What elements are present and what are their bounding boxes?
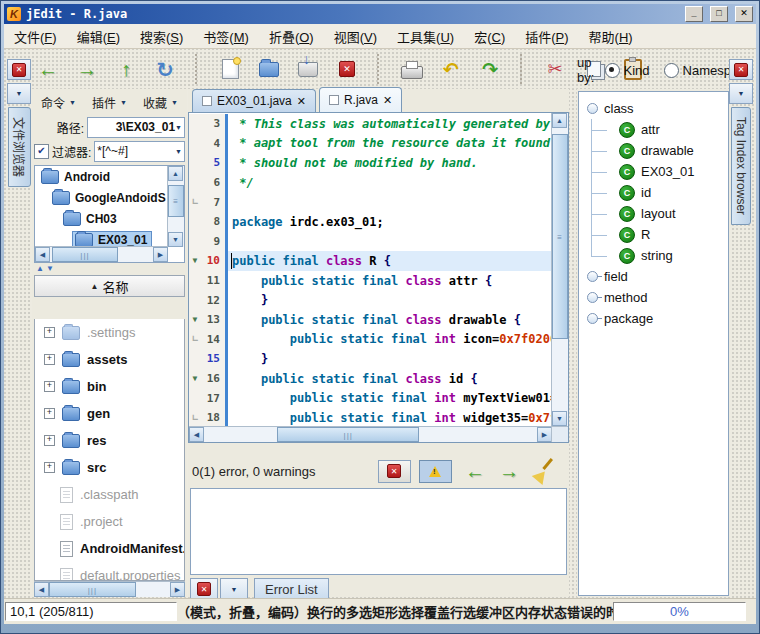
radio-namesp[interactable]: Namesp <box>664 63 731 78</box>
undo-button[interactable] <box>438 56 464 82</box>
expand-plus-icon[interactable] <box>44 435 55 446</box>
close-right-dock-button[interactable] <box>729 59 753 80</box>
close-tab-icon[interactable] <box>297 96 306 107</box>
code-text[interactable]: * should not be modified by hand. <box>228 153 552 173</box>
browser-menu-button[interactable]: 插件 <box>85 94 134 111</box>
tag-tree-leaf[interactable]: R <box>579 224 728 245</box>
clear-errors-button[interactable] <box>533 460 555 482</box>
scroll-up-icon[interactable]: ▲ <box>168 166 183 181</box>
editor-errorlist-splitter[interactable] <box>188 445 569 454</box>
code-text[interactable]: * This class was automatically generated… <box>228 114 552 134</box>
dir-tree-hscrollbar[interactable]: ◀ ||| ▶ <box>35 246 168 262</box>
file-list-item[interactable]: default.properties <box>35 562 184 581</box>
expand-plus-icon[interactable] <box>44 327 55 338</box>
menu-item-1[interactable]: 文件(F) <box>14 27 57 46</box>
browser-menu-button[interactable]: 命令 <box>34 94 83 111</box>
open-file-button[interactable] <box>256 56 282 82</box>
code-text[interactable]: public static final class id { <box>228 369 552 389</box>
dir-tree-item[interactable]: EX03_01 <box>35 229 168 247</box>
redo-button[interactable] <box>477 56 503 82</box>
file-list-header[interactable]: ▲ 名称 <box>34 275 185 297</box>
scroll-up-icon[interactable]: ▲ <box>552 113 567 128</box>
new-file-button[interactable] <box>217 56 243 82</box>
error-list-tab[interactable]: Error List <box>254 578 329 600</box>
memory-progress[interactable]: 0% <box>613 602 746 621</box>
previous-error-button[interactable] <box>465 461 485 481</box>
tag-tree-node[interactable]: field <box>579 266 728 287</box>
minimize-button[interactable] <box>685 6 703 22</box>
file-list-item[interactable]: assets <box>35 346 184 373</box>
scroll-down-icon[interactable]: ▼ <box>552 411 567 426</box>
radio-kind[interactable]: Kind <box>605 63 650 78</box>
next-error-button[interactable] <box>499 461 519 481</box>
editor-hscrollbar[interactable]: ◀ ||| ▶ <box>189 426 552 442</box>
tag-tree-node[interactable]: class <box>579 98 728 119</box>
tag-tree-leaf[interactable]: string <box>579 245 728 266</box>
tag-tree-node[interactable]: method <box>579 287 728 308</box>
code-text[interactable]: * aapt tool from the resource data it fo… <box>228 134 552 154</box>
code-text[interactable] <box>228 192 552 212</box>
collapse-down-icon[interactable]: ▼ <box>46 265 54 273</box>
fold-open-icon[interactable] <box>189 316 201 324</box>
filter-checkbox[interactable] <box>34 144 49 159</box>
expand-plus-icon[interactable] <box>44 462 55 473</box>
close-left-dock-button[interactable] <box>7 59 31 80</box>
code-text[interactable]: */ <box>228 173 552 193</box>
tag-tree-leaf[interactable]: layout <box>579 203 728 224</box>
file-list-item[interactable]: gen <box>35 400 184 427</box>
file-list-item[interactable]: .settings <box>35 319 184 346</box>
menu-item-4[interactable]: 书签(M) <box>203 27 249 46</box>
code-text[interactable]: public static final int icon=0x7f020000; <box>228 330 552 350</box>
tree-handle-icon[interactable] <box>587 271 598 282</box>
maximize-button[interactable] <box>710 6 728 22</box>
expand-plus-icon[interactable] <box>44 354 55 365</box>
file-list-item[interactable]: res <box>35 427 184 454</box>
path-combo[interactable]: 3\EX03_01 <box>87 117 185 138</box>
file-list-item[interactable]: bin <box>35 373 184 400</box>
scroll-right-icon[interactable]: ▶ <box>170 582 185 597</box>
tree-handle-icon[interactable] <box>587 313 598 324</box>
fold-open-icon[interactable] <box>189 257 201 265</box>
menu-item-3[interactable]: 搜索(S) <box>140 27 183 46</box>
menu-item-10[interactable]: 帮助(H) <box>589 27 633 46</box>
menu-item-9[interactable]: 插件(P) <box>525 27 568 46</box>
tag-tree-leaf[interactable]: id <box>579 182 728 203</box>
code-text[interactable]: package irdc.ex03_01; <box>228 212 552 232</box>
code-editor[interactable]: 3 * This class was automatically generat… <box>188 112 569 443</box>
scroll-right-icon[interactable]: ▶ <box>153 247 168 262</box>
scroll-down-icon[interactable]: ▼ <box>168 232 183 247</box>
save-button[interactable] <box>295 56 321 82</box>
editor-vscrollbar[interactable]: ▲ ≡ ▼ <box>551 113 568 426</box>
dir-tree-vscrollbar[interactable]: ▲ ≡ ▼ <box>167 166 184 247</box>
reload-button[interactable] <box>152 56 178 82</box>
up-button[interactable] <box>113 56 139 82</box>
error-list-view[interactable] <box>190 488 567 575</box>
scroll-left-icon[interactable]: ◀ <box>34 582 49 597</box>
file-list-item[interactable]: src <box>35 454 184 481</box>
forward-button[interactable] <box>74 56 100 82</box>
filter-combo[interactable]: *[^~#] <box>94 141 185 162</box>
tree-handle-icon[interactable] <box>587 292 598 303</box>
fold-open-icon[interactable] <box>189 375 201 383</box>
scroll-left-icon[interactable]: ◀ <box>35 247 50 262</box>
file-list-item[interactable]: .classpath <box>35 481 184 508</box>
dir-tree-item[interactable]: Android <box>35 166 168 187</box>
file-list-item[interactable]: .project <box>35 508 184 535</box>
code-text[interactable]: public static final int widget35=0x7f050… <box>228 408 552 426</box>
dir-tree-item[interactable]: GoogleAndoidS <box>35 187 168 208</box>
code-text[interactable]: public static final class attr { <box>228 271 552 291</box>
title-bar[interactable]: K jEdit - R.java <box>4 4 756 24</box>
error-list-menu-button[interactable] <box>220 578 248 600</box>
collapse-up-icon[interactable]: ▲ <box>36 265 44 273</box>
menu-item-2[interactable]: 编辑(E) <box>77 27 120 46</box>
browser-splitter[interactable]: ▲ ▼ <box>32 263 187 275</box>
code-text[interactable]: } <box>228 349 552 369</box>
close-tab-icon[interactable] <box>383 95 392 106</box>
toggle-warnings-button[interactable] <box>419 460 452 483</box>
scroll-left-icon[interactable]: ◀ <box>189 427 204 442</box>
left-dock-menu-button[interactable] <box>7 83 31 104</box>
tree-handle-icon[interactable] <box>587 103 598 114</box>
close-error-list-button[interactable] <box>190 578 218 600</box>
expand-plus-icon[interactable] <box>44 381 55 392</box>
toggle-errors-button[interactable] <box>378 460 411 483</box>
